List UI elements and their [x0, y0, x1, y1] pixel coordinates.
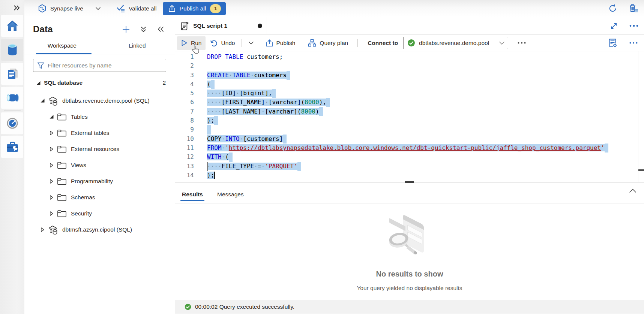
tree-item-programmability[interactable]: Programmability	[24, 173, 175, 189]
caret-collapsed-icon[interactable]	[40, 227, 45, 232]
tree-item-label: External tables	[71, 130, 110, 136]
tree-item-views[interactable]: Views	[24, 157, 175, 173]
refresh-icon[interactable]	[607, 3, 618, 14]
rail-item-monitor[interactable]	[1, 112, 23, 134]
code-line-4: 4(	[175, 80, 644, 89]
filter-resources-input[interactable]	[48, 62, 162, 69]
validate-all-button[interactable]: Validate all	[117, 4, 157, 12]
code-line-content: (	[207, 80, 215, 89]
results-header: Results Messages	[175, 182, 644, 203]
expand-rail-icon[interactable]	[11, 2, 23, 13]
sql-pool-icon	[48, 96, 58, 106]
tree-item-dbtmsft-azsyn-cipool-sql[interactable]: dbtmsft.azsyn.cipool (SQL)	[24, 221, 175, 238]
tab-workspace[interactable]: Workspace	[24, 38, 100, 54]
collapse-all-icon[interactable]	[138, 24, 149, 34]
folder-icon	[57, 161, 67, 169]
run-label: Run	[191, 40, 201, 46]
folder-icon	[57, 193, 67, 202]
toolbar-more-icon[interactable]	[516, 38, 527, 48]
publish-button[interactable]: Publish	[262, 36, 300, 50]
tree-section-sql-database[interactable]: SQL database 2	[24, 76, 175, 89]
code-line-9: 9	[175, 125, 644, 134]
rail-item-home[interactable]	[1, 15, 23, 37]
code-line-14: 14);	[175, 171, 644, 180]
tab-results[interactable]: Results	[181, 191, 204, 203]
tree-separator	[24, 90, 175, 90]
publish-count-badge: 1	[210, 4, 221, 13]
code-line-content: ····[LAST_NAME]·[varchar](8000)	[207, 107, 323, 116]
section-label: SQL database	[44, 79, 83, 86]
collapse-results-chevron-icon[interactable]	[629, 188, 636, 193]
results-empty-state: No results to show Your query yielded no…	[175, 203, 644, 300]
mode-selector[interactable]: Synapse live	[38, 4, 83, 13]
code-line-content: );	[207, 116, 218, 125]
code-line-7: 7····[LAST_NAME]·[varchar](8000)	[175, 107, 644, 116]
tree-item-external-resources[interactable]: External resources	[24, 141, 175, 157]
topbar-right-actions	[607, 3, 639, 14]
panel-title: Data	[33, 24, 53, 34]
line-number: 14	[175, 171, 194, 180]
tree-item-schemas[interactable]: Schemas	[24, 189, 175, 205]
caret-expanded-icon[interactable]	[36, 81, 41, 85]
code-line-content: DROP TABLE customers;	[207, 52, 283, 61]
tree-item-label: Tables	[71, 114, 88, 120]
panel-actions	[121, 24, 166, 34]
caret-expanded-icon[interactable]	[49, 114, 54, 119]
tree-item-tables[interactable]: Tables	[24, 109, 175, 125]
publish-upload-icon	[266, 39, 273, 47]
data-panel-header: Data	[24, 17, 175, 37]
undo-button[interactable]: Undo	[206, 36, 239, 50]
rail-item-manage[interactable]	[1, 136, 23, 158]
tree-item-external-tables[interactable]: External tables	[24, 125, 175, 141]
no-results-illustration	[381, 214, 438, 262]
script-properties-icon[interactable]	[608, 38, 618, 48]
tab-messages[interactable]: Messages	[216, 191, 245, 203]
document-tabstrip: SQL script 1	[175, 17, 644, 35]
data-cylinder-icon	[7, 43, 18, 56]
run-button[interactable]: Run	[177, 36, 206, 50]
folder-icon	[57, 113, 67, 121]
code-line-3: 3CREATE·TABLE·customers	[175, 71, 644, 80]
mode-chevron-down-icon[interactable]	[95, 7, 101, 10]
line-number: 5	[175, 89, 194, 98]
expand-editor-icon[interactable]	[608, 21, 619, 31]
top-command-bar: Synapse live Validate all Publish all	[24, 0, 644, 17]
tree-item-label: Programmability	[71, 178, 113, 185]
tree-item-label: External resources	[71, 146, 119, 153]
undo-redo-chevron-icon[interactable]	[244, 36, 258, 50]
rail-item-develop[interactable]	[1, 63, 23, 85]
folder-icon	[57, 177, 67, 185]
caret-expanded-icon[interactable]	[40, 98, 45, 103]
add-resource-icon[interactable]	[121, 24, 131, 34]
caret-collapsed-icon[interactable]	[49, 211, 54, 216]
query-plan-button[interactable]: Query plan	[304, 36, 352, 50]
folder-icon	[57, 145, 67, 153]
folder-icon	[57, 209, 67, 218]
tree-item-dbtlabs-revenue-demo-pool-sql[interactable]: dbtlabs.revenue.demo.pool (SQL)	[24, 93, 175, 109]
connect-to-pool-select[interactable]: dbtlabs.revenue.demo.pool	[403, 37, 508, 49]
caret-collapsed-icon[interactable]	[49, 163, 54, 168]
caret-collapsed-icon[interactable]	[49, 147, 54, 152]
tree-item-security[interactable]: Security	[24, 205, 175, 221]
undo-icon	[210, 39, 218, 47]
line-number: 7	[175, 107, 194, 116]
discard-all-icon[interactable]	[628, 3, 639, 14]
collapse-panel-icon[interactable]	[155, 24, 166, 34]
caret-collapsed-icon[interactable]	[49, 130, 54, 136]
rail-item-integrate[interactable]	[1, 87, 23, 109]
tab-more-actions-icon[interactable]	[629, 21, 639, 31]
caret-collapsed-icon[interactable]	[49, 195, 54, 200]
rail-item-data[interactable]	[1, 39, 23, 61]
tab-sql-script-1[interactable]: SQL script 1	[175, 17, 267, 34]
tab-linked[interactable]: Linked	[100, 38, 175, 54]
unsaved-changes-dot	[258, 24, 262, 28]
editor-scrollbar-gutter	[638, 51, 638, 182]
develop-document-icon	[6, 67, 18, 80]
code-editor[interactable]: 1DROP TABLE customers;23CREATE·TABLE·cus…	[175, 51, 644, 182]
status-success-icon	[185, 304, 191, 310]
code-line-content: );	[207, 171, 214, 180]
caret-collapsed-icon[interactable]	[49, 179, 54, 184]
home-icon	[6, 20, 19, 32]
editor-more-actions-icon[interactable]	[628, 38, 639, 48]
publish-all-button[interactable]: Publish all 1	[163, 2, 226, 15]
